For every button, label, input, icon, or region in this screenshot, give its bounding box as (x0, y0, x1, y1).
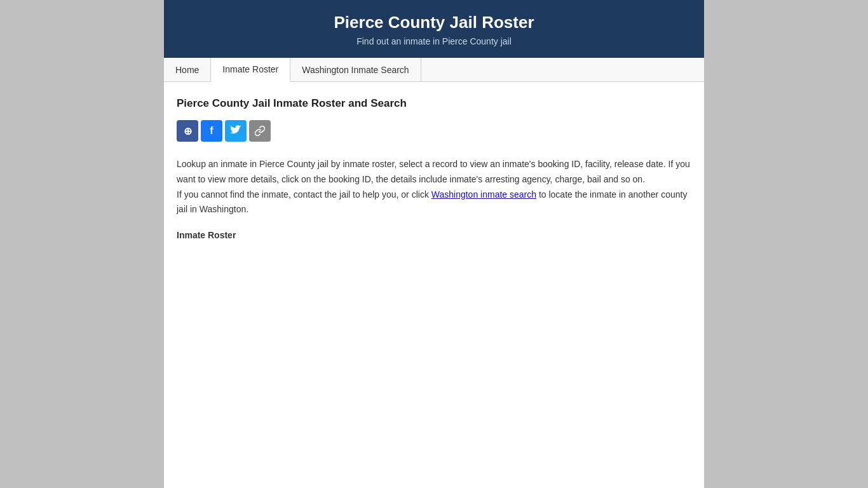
inmate-roster-label: Inmate Roster (177, 230, 691, 240)
site-header: Pierce County Jail Roster Find out an in… (164, 0, 704, 58)
share-button[interactable]: ⊕ (177, 120, 198, 142)
nav-washington-inmate-search[interactable]: Washington Inmate Search (290, 58, 421, 81)
twitter-button[interactable] (225, 120, 247, 142)
site-title: Pierce County Jail Roster (174, 13, 694, 32)
site-subtitle: Find out an inmate in Pierce County jail (174, 36, 694, 46)
facebook-button[interactable]: f (201, 120, 222, 142)
copy-link-button[interactable] (249, 120, 271, 142)
description-p1: Lookup an inmate in Pierce County jail b… (177, 157, 691, 187)
description-p2: If you cannot find the inmate, contact t… (177, 187, 691, 218)
site-nav: Home Inmate Roster Washington Inmate Sea… (164, 58, 704, 82)
main-content: Pierce County Jail Inmate Roster and Sea… (164, 82, 704, 255)
description-block: Lookup an inmate in Pierce County jail b… (177, 157, 691, 217)
washington-inmate-search-link[interactable]: Washington inmate search (431, 189, 536, 200)
social-icons-group: ⊕ f (177, 120, 691, 142)
nav-home[interactable]: Home (164, 58, 211, 81)
description-part2-text: If you cannot find the inmate, contact t… (177, 189, 431, 200)
nav-inmate-roster[interactable]: Inmate Roster (211, 58, 290, 82)
page-wrapper: Pierce County Jail Roster Find out an in… (164, 0, 704, 488)
page-heading: Pierce County Jail Inmate Roster and Sea… (177, 97, 691, 110)
